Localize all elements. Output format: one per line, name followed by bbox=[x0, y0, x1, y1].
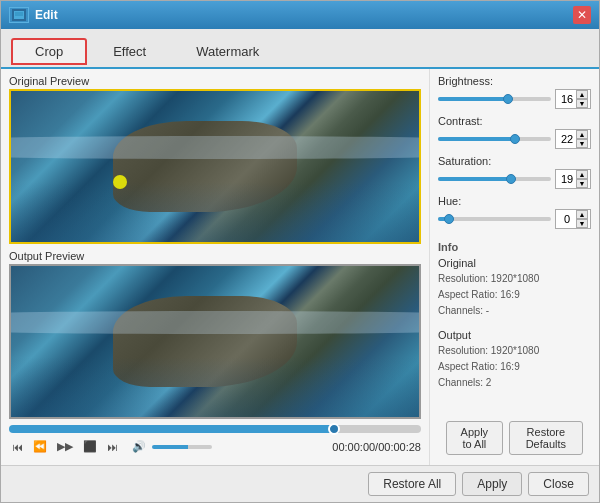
saturation-input[interactable]: 19 ▲ ▼ bbox=[555, 169, 591, 189]
close-window-button[interactable]: ✕ bbox=[573, 6, 591, 24]
window-title: Edit bbox=[35, 8, 573, 22]
wave-original bbox=[9, 136, 421, 159]
brightness-thumb bbox=[503, 94, 513, 104]
volume-area: 🔊 bbox=[129, 439, 212, 454]
controls-row: ⏮ ⏪ ▶▶ ⬛ ⏭ 🔊 00:00:00/00:00:28 bbox=[9, 437, 421, 456]
brightness-input[interactable]: 16 ▲ ▼ bbox=[555, 89, 591, 109]
output-resolution: Resolution: 1920*1080 bbox=[438, 343, 591, 359]
brightness-up[interactable]: ▲ bbox=[576, 90, 588, 99]
info-title: Info bbox=[438, 241, 591, 253]
hue-thumb bbox=[444, 214, 454, 224]
svg-rect-2 bbox=[15, 12, 23, 16]
brightness-value: 16 bbox=[558, 93, 576, 105]
title-bar: Edit ✕ bbox=[1, 1, 599, 29]
saturation-fill bbox=[438, 177, 511, 181]
apply-button[interactable]: Apply bbox=[462, 472, 522, 496]
hue-spinners: ▲ ▼ bbox=[576, 210, 588, 228]
saturation-slider-row: 19 ▲ ▼ bbox=[438, 169, 591, 189]
saturation-down[interactable]: ▼ bbox=[576, 179, 588, 188]
tab-bar: Crop Effect Watermark bbox=[1, 29, 599, 69]
hue-slider-row: 0 ▲ ▼ bbox=[438, 209, 591, 229]
saturation-spinners: ▲ ▼ bbox=[576, 170, 588, 188]
skip-forward-button[interactable]: ⏭ bbox=[104, 440, 121, 454]
contrast-group: Contrast: 22 ▲ ▼ bbox=[438, 115, 591, 149]
brightness-down[interactable]: ▼ bbox=[576, 99, 588, 108]
tab-watermark[interactable]: Watermark bbox=[172, 38, 283, 65]
timeline-thumb bbox=[328, 423, 340, 435]
volume-track[interactable] bbox=[152, 445, 212, 449]
original-info-title: Original bbox=[438, 257, 591, 269]
brightness-spinners: ▲ ▼ bbox=[576, 90, 588, 108]
output-preview-box bbox=[9, 264, 421, 419]
window-icon bbox=[9, 7, 29, 23]
timeline-track[interactable] bbox=[9, 425, 421, 433]
contrast-down[interactable]: ▼ bbox=[576, 139, 588, 148]
time-display: 00:00:00/00:00:28 bbox=[216, 441, 421, 453]
hue-value: 0 bbox=[558, 213, 576, 225]
water-overlay-original bbox=[11, 182, 419, 242]
right-action-row: Apply to All Restore Defaults bbox=[438, 417, 591, 459]
hue-slider[interactable] bbox=[438, 217, 551, 221]
edit-window: Edit ✕ Crop Effect Watermark Original Pr… bbox=[0, 0, 600, 503]
original-info-block: Original Resolution: 1920*1080 Aspect Ra… bbox=[438, 257, 591, 319]
hue-label: Hue: bbox=[438, 195, 591, 207]
bottom-bar: Restore All Apply Close bbox=[1, 465, 599, 502]
info-section: Info Original Resolution: 1920*1080 Aspe… bbox=[438, 241, 591, 417]
saturation-label: Saturation: bbox=[438, 155, 591, 167]
tab-effect[interactable]: Effect bbox=[89, 38, 170, 65]
water-overlay-output bbox=[11, 357, 419, 417]
saturation-up[interactable]: ▲ bbox=[576, 170, 588, 179]
contrast-fill bbox=[438, 137, 515, 141]
original-aspect-ratio: Aspect Ratio: 16:9 bbox=[438, 287, 591, 303]
timeline-area: ⏮ ⏪ ▶▶ ⬛ ⏭ 🔊 00:00:00/00:00:28 bbox=[9, 425, 421, 458]
volume-button[interactable]: 🔊 bbox=[129, 439, 149, 454]
close-button[interactable]: Close bbox=[528, 472, 589, 496]
tab-crop[interactable]: Crop bbox=[11, 38, 87, 65]
skip-back-button[interactable]: ⏮ bbox=[9, 440, 26, 454]
hue-input[interactable]: 0 ▲ ▼ bbox=[555, 209, 591, 229]
original-resolution: Resolution: 1920*1080 bbox=[438, 271, 591, 287]
stop-button[interactable]: ⬛ bbox=[80, 439, 100, 454]
restore-all-button[interactable]: Restore All bbox=[368, 472, 456, 496]
output-info-block: Output Resolution: 1920*1080 Aspect Rati… bbox=[438, 329, 591, 391]
brightness-label: Brightness: bbox=[438, 75, 591, 87]
right-panel: Brightness: 16 ▲ ▼ bbox=[429, 69, 599, 465]
contrast-slider-row: 22 ▲ ▼ bbox=[438, 129, 591, 149]
output-aspect-ratio: Aspect Ratio: 16:9 bbox=[438, 359, 591, 375]
output-preview-label: Output Preview bbox=[9, 250, 421, 262]
hue-down[interactable]: ▼ bbox=[576, 219, 588, 228]
step-back-button[interactable]: ⏪ bbox=[30, 439, 50, 454]
original-preview-label: Original Preview bbox=[9, 75, 421, 87]
contrast-slider[interactable] bbox=[438, 137, 551, 141]
saturation-value: 19 bbox=[558, 173, 576, 185]
output-preview-image bbox=[11, 266, 419, 417]
saturation-slider[interactable] bbox=[438, 177, 551, 181]
saturation-thumb bbox=[506, 174, 516, 184]
output-channels: Channels: 2 bbox=[438, 375, 591, 391]
contrast-input[interactable]: 22 ▲ ▼ bbox=[555, 129, 591, 149]
hue-group: Hue: 0 ▲ ▼ bbox=[438, 195, 591, 229]
brightness-fill bbox=[438, 97, 508, 101]
contrast-label: Contrast: bbox=[438, 115, 591, 127]
brightness-slider[interactable] bbox=[438, 97, 551, 101]
original-preview-box bbox=[9, 89, 421, 244]
brightness-slider-row: 16 ▲ ▼ bbox=[438, 89, 591, 109]
wave-output bbox=[9, 311, 421, 334]
contrast-thumb bbox=[510, 134, 520, 144]
hue-up[interactable]: ▲ bbox=[576, 210, 588, 219]
left-panel: Original Preview Output Preview bbox=[1, 69, 429, 465]
saturation-group: Saturation: 19 ▲ ▼ bbox=[438, 155, 591, 189]
apply-to-all-button[interactable]: Apply to All bbox=[446, 421, 503, 455]
content-area: Original Preview Output Preview bbox=[1, 69, 599, 465]
bottom-buttons: Restore All Apply Close bbox=[368, 472, 589, 496]
play-button[interactable]: ▶▶ bbox=[54, 439, 76, 454]
original-channels: Channels: - bbox=[438, 303, 591, 319]
original-preview-image bbox=[11, 91, 419, 242]
output-info-title: Output bbox=[438, 329, 591, 341]
contrast-value: 22 bbox=[558, 133, 576, 145]
contrast-spinners: ▲ ▼ bbox=[576, 130, 588, 148]
contrast-up[interactable]: ▲ bbox=[576, 130, 588, 139]
brightness-group: Brightness: 16 ▲ ▼ bbox=[438, 75, 591, 109]
restore-defaults-button[interactable]: Restore Defaults bbox=[509, 421, 583, 455]
